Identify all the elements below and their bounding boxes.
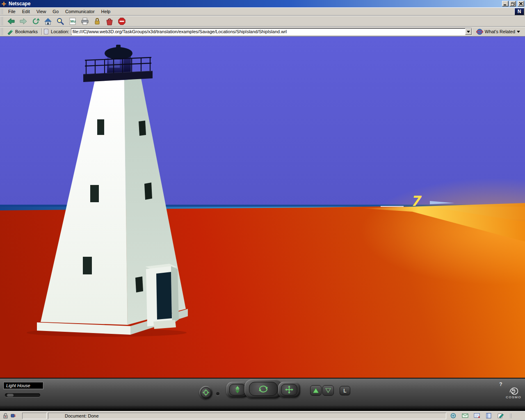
home-icon	[43, 17, 52, 25]
online-status-icon[interactable]	[10, 413, 16, 419]
menu-edit[interactable]: Edit	[19, 8, 33, 15]
window	[90, 185, 99, 202]
viewpoint-display[interactable]: Light House	[3, 382, 43, 389]
menu-communicator[interactable]: Communicator	[62, 8, 98, 15]
component-bar	[447, 413, 524, 419]
water-glint	[381, 206, 404, 207]
close-button[interactable]	[518, 1, 524, 7]
window	[83, 257, 92, 274]
security-icon	[93, 17, 102, 25]
back-icon	[7, 17, 16, 25]
incline-down-button[interactable]	[322, 385, 334, 396]
location-icon	[44, 29, 49, 34]
entry-side	[171, 266, 179, 324]
url-input[interactable]	[71, 29, 465, 34]
menu-help[interactable]: Help	[98, 8, 114, 15]
status-text: Document: Done	[65, 413, 99, 418]
my-netscape-icon: Mu	[68, 17, 77, 25]
reload-button[interactable]	[30, 16, 42, 26]
status-bar: Document: Done	[0, 411, 525, 420]
location-bar: Bookmarks Location: What's Related	[0, 27, 525, 37]
netscape-throbber[interactable]: N	[514, 8, 524, 15]
toolbar-grip[interactable]	[0, 17, 4, 25]
reload-icon	[31, 17, 40, 25]
restore-button[interactable]	[509, 1, 516, 7]
location-label: Location:	[51, 29, 69, 34]
stop-button[interactable]	[116, 16, 128, 26]
locbar-grip[interactable]	[0, 28, 4, 35]
pan-pod	[278, 382, 300, 397]
viewpoint-slider[interactable]	[5, 393, 40, 397]
window	[97, 119, 104, 135]
minimize-button[interactable]	[502, 1, 509, 7]
incline-up-button[interactable]	[310, 385, 322, 396]
seek-button[interactable]	[201, 387, 211, 398]
bookmarks-button[interactable]: Bookmarks	[5, 28, 40, 36]
close-icon	[519, 2, 523, 5]
cosmo-dashboard: Light House	[0, 378, 525, 411]
print-button[interactable]	[79, 16, 91, 26]
status-indicators	[1, 413, 21, 419]
progress-meter	[22, 413, 47, 419]
incline-down-icon	[325, 388, 331, 393]
mailbox-icon[interactable]	[462, 413, 468, 419]
url-field-frame	[71, 28, 472, 35]
url-dropdown-button[interactable]	[465, 28, 472, 35]
cosmo-spiral-icon	[508, 384, 519, 395]
menubar-grip[interactable]	[0, 9, 4, 15]
related-chevron-icon	[517, 31, 520, 33]
bookmark-icon	[7, 29, 14, 35]
title-bar: Netscape	[0, 0, 525, 7]
bookmarks-label: Bookmarks	[15, 29, 38, 34]
home-button[interactable]	[42, 16, 54, 26]
chevron-down-icon	[467, 31, 470, 33]
menu-bar: File Edit View Go Communicator Help N	[0, 7, 525, 16]
security-button[interactable]	[91, 16, 103, 26]
window-controls	[502, 1, 524, 7]
search-button[interactable]	[54, 16, 66, 26]
addressbook-icon[interactable]	[486, 413, 492, 419]
window	[139, 121, 146, 136]
cosmo-logo[interactable]: COSMO	[504, 384, 523, 399]
stop-icon	[117, 17, 126, 25]
tilt-arrows-icon	[233, 386, 242, 394]
print-icon	[80, 17, 89, 25]
viewpoint-slider-knob[interactable]	[7, 394, 14, 397]
navigator-icon[interactable]	[450, 413, 457, 419]
vrml-3d-viewport[interactable]: 7	[0, 37, 525, 378]
component-bar-grip[interactable]	[509, 413, 511, 418]
window-title: Netscape	[9, 1, 502, 7]
restore-icon	[511, 2, 515, 6]
whats-related-button[interactable]: What's Related	[475, 27, 523, 36]
menu-go[interactable]: Go	[49, 8, 62, 15]
lamp-button[interactable]: L	[340, 386, 350, 395]
window	[135, 276, 143, 292]
dashboard-dot	[216, 392, 219, 395]
incline-up-icon	[313, 388, 319, 393]
status-message-area: Document: Done	[48, 413, 446, 419]
menu-file[interactable]: File	[5, 8, 19, 15]
incline-pod	[310, 385, 334, 397]
lantern-dome	[105, 47, 132, 59]
locbar-separator	[41, 28, 42, 34]
help-button[interactable]: ?	[497, 381, 504, 388]
back-button[interactable]	[5, 16, 17, 26]
menu-view[interactable]: View	[33, 8, 50, 15]
shop-button[interactable]	[103, 16, 116, 26]
my-netscape-button[interactable]: Mu	[66, 16, 79, 26]
discussions-icon[interactable]	[474, 413, 480, 419]
shop-icon	[105, 17, 114, 25]
forward-button[interactable]	[17, 16, 30, 26]
pan-cross-icon	[285, 386, 293, 394]
dashboard-bottom-strip	[0, 406, 525, 411]
security-lock-icon[interactable]	[2, 413, 9, 419]
door	[156, 272, 172, 320]
tilt-button[interactable]	[229, 384, 246, 395]
pan-button[interactable]	[281, 384, 297, 395]
composer-icon[interactable]	[498, 413, 504, 419]
navigation-toolbar: Mu	[0, 16, 525, 27]
viewpoint-label: Light House	[6, 383, 30, 388]
forward-icon	[19, 17, 28, 25]
rotate-button[interactable]	[249, 382, 278, 396]
search-icon	[56, 17, 65, 25]
